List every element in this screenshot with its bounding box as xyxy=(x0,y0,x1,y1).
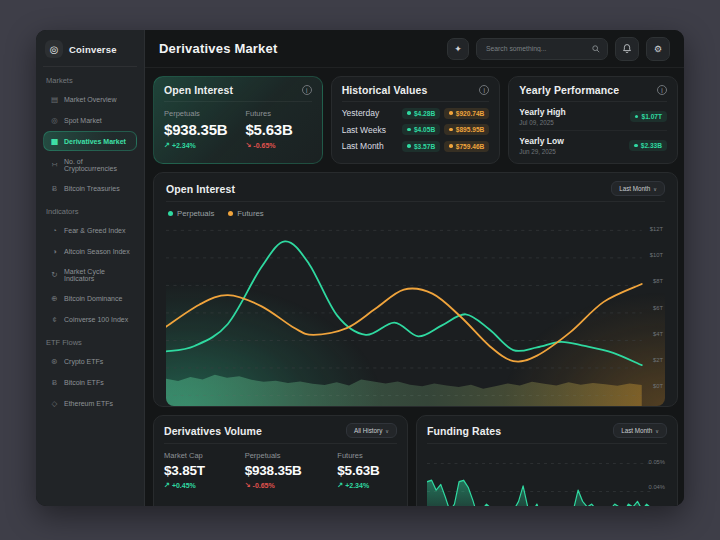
funding-range-dropdown[interactable]: Last Month ∨ xyxy=(613,423,667,438)
stat-delta: ↗ +2.34% xyxy=(164,141,227,149)
sidebar-item-fear-greed-index[interactable]: ◔ Fear & Greed Index xyxy=(43,220,137,240)
brand: ◎ Coinverse xyxy=(43,38,137,67)
stat-delta: ↗ +2.34% xyxy=(337,481,397,489)
open-interest-card: Open Interest i Perpetuals $938.35B ↗ +2… xyxy=(153,76,323,164)
delta-value: +2.34% xyxy=(345,482,369,489)
trend-icon: ↗ xyxy=(164,141,170,149)
period-label: Last Weeks xyxy=(342,125,403,135)
chevron-down-icon: ∨ xyxy=(655,428,659,434)
sidebar-item-label: Spot Market xyxy=(64,117,102,124)
sidebar-item-bitcoin-treasuries[interactable]: Ƀ Bitcoin Treasuries xyxy=(43,178,137,198)
sidebar-item-no-of-cryptocurrencies[interactable]: ∺ No. of Cryptocurrencies xyxy=(43,152,137,177)
sidebar-item-ethereum-etfs[interactable]: ◇ Ethereum ETFs xyxy=(43,393,137,413)
green-dot-icon xyxy=(407,111,411,115)
open-interest-chart-svg xyxy=(166,223,665,406)
open-interest-card-title: Open Interest xyxy=(164,84,233,96)
top-bar: Derivatives Market ✦ xyxy=(145,30,684,68)
stat-perpetuals: Perpetuals $938.35B ↘ -0.65% xyxy=(245,451,320,489)
green-dot-icon xyxy=(407,144,411,148)
sidebar-item-bitcoin-etfs[interactable]: Ƀ Bitcoin ETFs xyxy=(43,372,137,392)
y-tick-label: $0T xyxy=(653,383,663,389)
open-interest-card-header: Open Interest i xyxy=(164,84,312,102)
period-label: Last Month xyxy=(342,141,403,151)
yearly-performance-header: Yearly Performance i xyxy=(519,84,667,102)
yearly-value-badge: $2.33B xyxy=(629,140,667,151)
y-tick-label: $8T xyxy=(653,278,663,284)
funding-rates-card: Funding Rates Last Month ∨ 0.05%0.04%0.0… xyxy=(416,415,678,506)
stat-delta: ↘ -0.65% xyxy=(245,141,292,149)
sidebar-item-crypto-etfs[interactable]: ⊛ Crypto ETFs xyxy=(43,351,137,371)
open-interest-chart-card: Open Interest Last Month ∨ Perpetuals xyxy=(153,172,678,407)
yearly-row: Yearly High Jul 09, 2025 $1.07T xyxy=(519,102,667,130)
sidebar-markets-list: ▤ Market Overview ◎ Spot Market ▦ Deriva… xyxy=(43,89,137,198)
search-box[interactable] xyxy=(476,38,608,60)
sidebar-item-label: Bitcoin Treasuries xyxy=(64,185,120,192)
sidebar-item-coinverse-100-index[interactable]: ¢ Coinverse 100 Index xyxy=(43,309,137,329)
delta-value: +2.34% xyxy=(172,142,196,149)
stat-value: $5.63B xyxy=(245,121,292,138)
sidebar-item-derivatives-market[interactable]: ▦ Derivatives Market xyxy=(43,131,137,151)
funding-rates-header: Funding Rates Last Month ∨ xyxy=(427,423,667,444)
sidebar-item-label: Coinverse 100 Index xyxy=(64,316,128,323)
stat-label: Market Cap xyxy=(164,451,227,460)
delta-value: -0.65% xyxy=(253,142,275,149)
historical-values-header: Historical Values i xyxy=(342,84,490,102)
historical-row: Yesterday $4.28B $920.74B xyxy=(342,108,490,119)
section-label-etf-flows: ETF Flows xyxy=(46,338,134,347)
y-tick-label: $2T xyxy=(653,357,663,363)
search-icon xyxy=(592,45,600,53)
derivatives-volume-card: Derivatives Volume All History ∨ Market … xyxy=(153,415,408,506)
stat-delta: ↘ -0.65% xyxy=(245,481,320,489)
sidebar-section-markets: Markets ▤ Market Overview ◎ Spot Market … xyxy=(43,76,137,198)
stat-value: $938.35B xyxy=(164,121,227,138)
brand-name: Coinverse xyxy=(69,44,117,55)
sidebar-item-label: Market Overview xyxy=(64,96,117,103)
sidebar-item-icon: ◎ xyxy=(50,116,59,125)
main-area: Derivatives Market ✦ xyxy=(145,30,684,506)
period-label: Yesterday xyxy=(342,108,403,118)
sidebar-item-market-cycle-indicators[interactable]: ↻ Market Cycle Indicators xyxy=(43,262,137,287)
sidebar-item-label: Crypto ETFs xyxy=(64,358,103,365)
info-icon[interactable]: i xyxy=(479,85,489,95)
sidebar-item-label: Altcoin Season Index xyxy=(64,248,130,255)
historical-row: Last Month $3.57B $759.46B xyxy=(342,141,490,152)
settings-button[interactable]: ⚙ xyxy=(646,37,670,61)
funding-tick-label: 0.05% xyxy=(649,459,665,465)
stat-futures: Futures $5.63B ↘ -0.65% xyxy=(245,109,292,149)
sidebar-item-icon: ◇ xyxy=(50,399,59,408)
search-input[interactable] xyxy=(484,44,587,53)
futures-value-badge: $920.74B xyxy=(444,108,489,119)
legend-item[interactable]: Futures xyxy=(228,209,263,218)
info-icon[interactable]: i xyxy=(657,85,667,95)
trend-icon: ↘ xyxy=(245,481,251,489)
yearly-row-label: Yearly High xyxy=(519,107,565,117)
sidebar-etf-flows-list: ⊛ Crypto ETFs Ƀ Bitcoin ETFs ◇ Ethereum … xyxy=(43,351,137,413)
sidebar-item-market-overview[interactable]: ▤ Market Overview xyxy=(43,89,137,109)
sidebar-item-icon: ▦ xyxy=(50,137,59,146)
legend-item[interactable]: Perpetuals xyxy=(168,209,214,218)
content: Open Interest i Perpetuals $938.35B ↗ +2… xyxy=(145,68,684,506)
chart-range-dropdown[interactable]: Last Month ∨ xyxy=(611,181,665,196)
sidebar-item-icon: ∺ xyxy=(50,160,59,169)
notifications-button[interactable] xyxy=(615,37,639,61)
stat-value: $5.63B xyxy=(337,463,397,478)
sidebar-item-label: Fear & Greed Index xyxy=(64,227,125,234)
sidebar-item-spot-market[interactable]: ◎ Spot Market xyxy=(43,110,137,130)
perpetuals-value-badge: $4.05B xyxy=(402,124,440,135)
topbar-controls: ✦ ⚙ xyxy=(447,37,670,61)
chart-card-header: Open Interest Last Month ∨ xyxy=(166,181,665,202)
open-interest-chart: $12T$10T$8T$6T$4T$2T$0T xyxy=(166,223,665,406)
legend-dot-icon xyxy=(168,211,173,216)
stat-value: $3.85T xyxy=(164,463,227,478)
bell-icon xyxy=(622,43,632,54)
ai-assistant-button[interactable]: ✦ xyxy=(447,38,469,60)
chevron-down-icon: ∨ xyxy=(385,428,389,434)
volume-range-dropdown[interactable]: All History ∨ xyxy=(346,423,397,438)
sidebar-item-altcoin-season-index[interactable]: ◑ Altcoin Season Index xyxy=(43,241,137,261)
sidebar: ◎ Coinverse Markets ▤ Market Overview ◎ … xyxy=(36,30,145,506)
sparkle-icon: ✦ xyxy=(454,44,462,54)
sidebar-item-icon: ↻ xyxy=(50,270,59,279)
sidebar-item-bitcoin-dominance[interactable]: ⊕ Bitcoin Dominance xyxy=(43,288,137,308)
info-icon[interactable]: i xyxy=(302,85,312,95)
yearly-performance-rows: Yearly High Jul 09, 2025 $1.07T xyxy=(519,102,667,159)
